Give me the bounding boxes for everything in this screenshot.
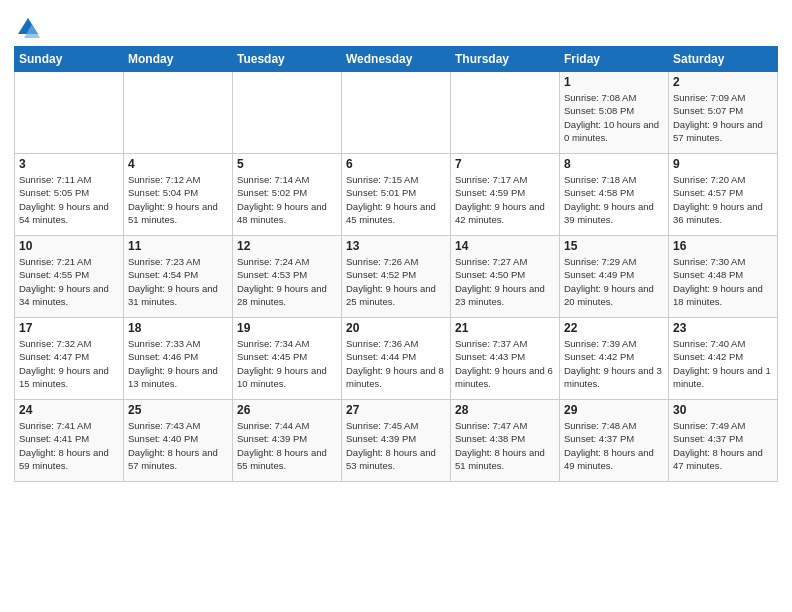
calendar-cell: 23Sunrise: 7:40 AMSunset: 4:42 PMDayligh… — [669, 318, 778, 400]
calendar-week-5: 24Sunrise: 7:41 AMSunset: 4:41 PMDayligh… — [15, 400, 778, 482]
day-number: 23 — [673, 321, 773, 335]
calendar-cell: 27Sunrise: 7:45 AMSunset: 4:39 PMDayligh… — [342, 400, 451, 482]
day-detail: Sunrise: 7:26 AMSunset: 4:52 PMDaylight:… — [346, 255, 446, 308]
calendar-cell: 26Sunrise: 7:44 AMSunset: 4:39 PMDayligh… — [233, 400, 342, 482]
day-number: 8 — [564, 157, 664, 171]
calendar-cell: 8Sunrise: 7:18 AMSunset: 4:58 PMDaylight… — [560, 154, 669, 236]
day-detail: Sunrise: 7:24 AMSunset: 4:53 PMDaylight:… — [237, 255, 337, 308]
day-number: 26 — [237, 403, 337, 417]
calendar-cell: 24Sunrise: 7:41 AMSunset: 4:41 PMDayligh… — [15, 400, 124, 482]
day-number: 25 — [128, 403, 228, 417]
calendar-cell — [342, 72, 451, 154]
day-detail: Sunrise: 7:43 AMSunset: 4:40 PMDaylight:… — [128, 419, 228, 472]
day-detail: Sunrise: 7:20 AMSunset: 4:57 PMDaylight:… — [673, 173, 773, 226]
day-detail: Sunrise: 7:29 AMSunset: 4:49 PMDaylight:… — [564, 255, 664, 308]
day-number: 29 — [564, 403, 664, 417]
day-detail: Sunrise: 7:14 AMSunset: 5:02 PMDaylight:… — [237, 173, 337, 226]
day-number: 20 — [346, 321, 446, 335]
day-number: 4 — [128, 157, 228, 171]
day-number: 15 — [564, 239, 664, 253]
day-number: 18 — [128, 321, 228, 335]
day-detail: Sunrise: 7:09 AMSunset: 5:07 PMDaylight:… — [673, 91, 773, 144]
day-number: 27 — [346, 403, 446, 417]
day-number: 7 — [455, 157, 555, 171]
day-number: 1 — [564, 75, 664, 89]
calendar-cell: 1Sunrise: 7:08 AMSunset: 5:08 PMDaylight… — [560, 72, 669, 154]
day-detail: Sunrise: 7:30 AMSunset: 4:48 PMDaylight:… — [673, 255, 773, 308]
calendar-cell: 30Sunrise: 7:49 AMSunset: 4:37 PMDayligh… — [669, 400, 778, 482]
day-number: 2 — [673, 75, 773, 89]
calendar-cell: 7Sunrise: 7:17 AMSunset: 4:59 PMDaylight… — [451, 154, 560, 236]
calendar-cell: 13Sunrise: 7:26 AMSunset: 4:52 PMDayligh… — [342, 236, 451, 318]
calendar-cell: 16Sunrise: 7:30 AMSunset: 4:48 PMDayligh… — [669, 236, 778, 318]
calendar-cell: 21Sunrise: 7:37 AMSunset: 4:43 PMDayligh… — [451, 318, 560, 400]
day-detail: Sunrise: 7:08 AMSunset: 5:08 PMDaylight:… — [564, 91, 664, 144]
calendar-cell: 4Sunrise: 7:12 AMSunset: 5:04 PMDaylight… — [124, 154, 233, 236]
weekday-header-monday: Monday — [124, 47, 233, 72]
weekday-header-thursday: Thursday — [451, 47, 560, 72]
calendar-cell: 14Sunrise: 7:27 AMSunset: 4:50 PMDayligh… — [451, 236, 560, 318]
calendar-cell: 22Sunrise: 7:39 AMSunset: 4:42 PMDayligh… — [560, 318, 669, 400]
day-number: 24 — [19, 403, 119, 417]
calendar-week-3: 10Sunrise: 7:21 AMSunset: 4:55 PMDayligh… — [15, 236, 778, 318]
calendar-week-4: 17Sunrise: 7:32 AMSunset: 4:47 PMDayligh… — [15, 318, 778, 400]
calendar-week-2: 3Sunrise: 7:11 AMSunset: 5:05 PMDaylight… — [15, 154, 778, 236]
calendar-table: SundayMondayTuesdayWednesdayThursdayFrid… — [14, 46, 778, 482]
calendar-cell: 29Sunrise: 7:48 AMSunset: 4:37 PMDayligh… — [560, 400, 669, 482]
calendar-cell — [233, 72, 342, 154]
weekday-header-wednesday: Wednesday — [342, 47, 451, 72]
day-detail: Sunrise: 7:15 AMSunset: 5:01 PMDaylight:… — [346, 173, 446, 226]
day-detail: Sunrise: 7:34 AMSunset: 4:45 PMDaylight:… — [237, 337, 337, 390]
day-detail: Sunrise: 7:37 AMSunset: 4:43 PMDaylight:… — [455, 337, 555, 390]
calendar-week-1: 1Sunrise: 7:08 AMSunset: 5:08 PMDaylight… — [15, 72, 778, 154]
day-number: 30 — [673, 403, 773, 417]
day-detail: Sunrise: 7:27 AMSunset: 4:50 PMDaylight:… — [455, 255, 555, 308]
calendar-cell: 15Sunrise: 7:29 AMSunset: 4:49 PMDayligh… — [560, 236, 669, 318]
page-container: SundayMondayTuesdayWednesdayThursdayFrid… — [0, 0, 792, 490]
calendar-cell: 17Sunrise: 7:32 AMSunset: 4:47 PMDayligh… — [15, 318, 124, 400]
day-detail: Sunrise: 7:36 AMSunset: 4:44 PMDaylight:… — [346, 337, 446, 390]
day-detail: Sunrise: 7:48 AMSunset: 4:37 PMDaylight:… — [564, 419, 664, 472]
weekday-header-friday: Friday — [560, 47, 669, 72]
day-number: 28 — [455, 403, 555, 417]
day-detail: Sunrise: 7:12 AMSunset: 5:04 PMDaylight:… — [128, 173, 228, 226]
calendar-cell — [451, 72, 560, 154]
calendar-cell — [124, 72, 233, 154]
day-detail: Sunrise: 7:32 AMSunset: 4:47 PMDaylight:… — [19, 337, 119, 390]
calendar-cell: 6Sunrise: 7:15 AMSunset: 5:01 PMDaylight… — [342, 154, 451, 236]
day-number: 13 — [346, 239, 446, 253]
weekday-header-sunday: Sunday — [15, 47, 124, 72]
day-detail: Sunrise: 7:11 AMSunset: 5:05 PMDaylight:… — [19, 173, 119, 226]
day-number: 9 — [673, 157, 773, 171]
day-number: 3 — [19, 157, 119, 171]
weekday-header-saturday: Saturday — [669, 47, 778, 72]
weekday-header-row: SundayMondayTuesdayWednesdayThursdayFrid… — [15, 47, 778, 72]
calendar-cell: 12Sunrise: 7:24 AMSunset: 4:53 PMDayligh… — [233, 236, 342, 318]
weekday-header-tuesday: Tuesday — [233, 47, 342, 72]
day-number: 5 — [237, 157, 337, 171]
calendar-cell: 2Sunrise: 7:09 AMSunset: 5:07 PMDaylight… — [669, 72, 778, 154]
day-detail: Sunrise: 7:39 AMSunset: 4:42 PMDaylight:… — [564, 337, 664, 390]
calendar-cell: 18Sunrise: 7:33 AMSunset: 4:46 PMDayligh… — [124, 318, 233, 400]
logo-icon — [14, 14, 42, 42]
day-detail: Sunrise: 7:49 AMSunset: 4:37 PMDaylight:… — [673, 419, 773, 472]
calendar-cell: 20Sunrise: 7:36 AMSunset: 4:44 PMDayligh… — [342, 318, 451, 400]
logo — [14, 14, 46, 42]
day-detail: Sunrise: 7:44 AMSunset: 4:39 PMDaylight:… — [237, 419, 337, 472]
header — [14, 10, 778, 42]
calendar-cell: 10Sunrise: 7:21 AMSunset: 4:55 PMDayligh… — [15, 236, 124, 318]
calendar-cell: 25Sunrise: 7:43 AMSunset: 4:40 PMDayligh… — [124, 400, 233, 482]
calendar-cell: 19Sunrise: 7:34 AMSunset: 4:45 PMDayligh… — [233, 318, 342, 400]
day-detail: Sunrise: 7:40 AMSunset: 4:42 PMDaylight:… — [673, 337, 773, 390]
calendar-cell: 3Sunrise: 7:11 AMSunset: 5:05 PMDaylight… — [15, 154, 124, 236]
day-number: 12 — [237, 239, 337, 253]
day-number: 6 — [346, 157, 446, 171]
calendar-cell: 28Sunrise: 7:47 AMSunset: 4:38 PMDayligh… — [451, 400, 560, 482]
calendar-cell: 5Sunrise: 7:14 AMSunset: 5:02 PMDaylight… — [233, 154, 342, 236]
calendar-cell: 9Sunrise: 7:20 AMSunset: 4:57 PMDaylight… — [669, 154, 778, 236]
day-number: 16 — [673, 239, 773, 253]
day-detail: Sunrise: 7:23 AMSunset: 4:54 PMDaylight:… — [128, 255, 228, 308]
calendar-cell — [15, 72, 124, 154]
day-number: 14 — [455, 239, 555, 253]
day-detail: Sunrise: 7:21 AMSunset: 4:55 PMDaylight:… — [19, 255, 119, 308]
